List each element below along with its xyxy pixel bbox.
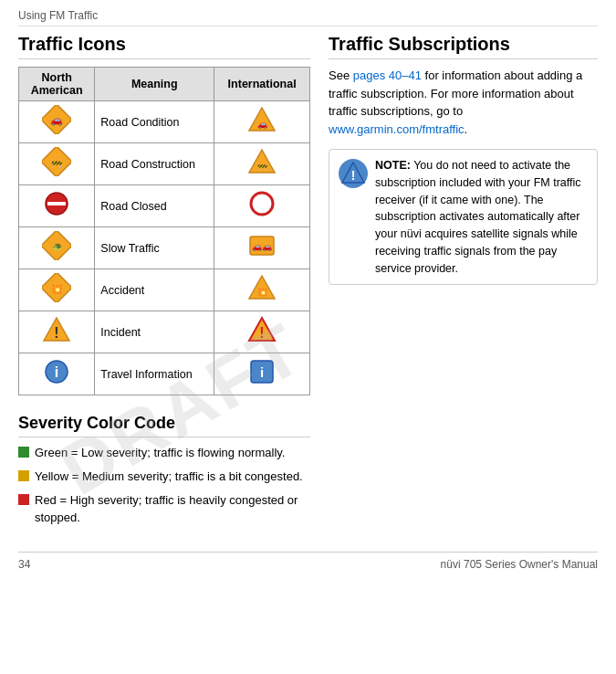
col-header-meaning: Meaning	[95, 68, 214, 101]
note-text: NOTE: You do not need to activate the su…	[375, 157, 588, 277]
severity-yellow-box	[18, 470, 29, 481]
subscriptions-url[interactable]: www.garmin.com/fmtraffic	[329, 122, 465, 136]
svg-text:🚗: 🚗	[50, 113, 63, 126]
intl-icon-accident: 💥	[214, 269, 310, 311]
footer-manual-title: nüvi 705 Series Owner's Manual	[441, 558, 598, 571]
svg-text:!: !	[351, 168, 356, 183]
meaning-travel-info: Travel Information	[95, 353, 214, 395]
meaning-accident: Accident	[95, 269, 214, 311]
svg-text:🚗: 🚗	[257, 119, 268, 130]
severity-red-text: Red = High severity; traffic is heavily …	[35, 492, 310, 525]
na-icon-road-closed	[19, 185, 95, 227]
table-row: 🐢 Slow Traffic 🚗🚗	[19, 227, 310, 269]
subscriptions-link[interactable]: pages 40–41	[353, 68, 422, 82]
traffic-icons-title: Traffic Icons	[18, 34, 310, 59]
na-icon-incident: !	[19, 311, 95, 353]
svg-text:🚧: 🚧	[51, 157, 63, 169]
severity-title: Severity Color Code	[18, 414, 310, 437]
intl-icon-slow-traffic: 🚗🚗	[214, 227, 310, 269]
table-row: Road Closed	[19, 185, 310, 227]
note-box: ! NOTE: You do not need to activate the …	[329, 149, 598, 285]
footer-page-number: 34	[18, 558, 30, 571]
svg-text:i: i	[260, 364, 264, 380]
table-row: 🚧 Road Construction 🚧	[19, 143, 310, 185]
svg-rect-9	[47, 202, 66, 205]
left-column: Traffic Icons North American Meaning Int…	[18, 34, 310, 533]
intl-icon-road-construction: 🚧	[214, 143, 310, 185]
severity-yellow: Yellow = Medium severity; traffic is a b…	[18, 469, 310, 485]
col-header-north-american: North American	[19, 68, 95, 101]
svg-text:💥: 💥	[51, 283, 63, 295]
meaning-incident: Incident	[95, 311, 214, 353]
intl-icon-travel-info: i	[214, 353, 310, 395]
subscriptions-title: Traffic Subscriptions	[329, 34, 598, 59]
na-icon-road-construction: 🚧	[19, 143, 95, 185]
na-icon-accident: 💥	[19, 269, 95, 311]
right-column: Traffic Subscriptions See pages 40–41 fo…	[329, 34, 598, 533]
note-content: You do not need to activate the subscrip…	[375, 159, 581, 275]
table-row: i Travel Information i	[19, 353, 310, 395]
table-row: ! Incident !	[19, 311, 310, 353]
subscriptions-text: See pages 40–41 for information about ad…	[329, 67, 598, 138]
svg-text:💥: 💥	[257, 287, 268, 298]
meaning-road-closed: Road Closed	[95, 185, 214, 227]
traffic-icons-table: North American Meaning International 🚗	[18, 67, 310, 395]
na-icon-road-condition: 🚗	[19, 101, 95, 143]
table-row: 🚗 Road Condition 🚗	[19, 101, 310, 143]
note-icon: !	[339, 159, 368, 188]
na-icon-slow-traffic: 🐢	[19, 227, 95, 269]
svg-text:!: !	[259, 325, 264, 341]
svg-text:🚗🚗: 🚗🚗	[252, 241, 273, 252]
intl-icon-road-closed	[214, 185, 310, 227]
meaning-road-construction: Road Construction	[95, 143, 214, 185]
breadcrumb: Using FM Traffic	[18, 9, 598, 26]
intl-icon-road-condition: 🚗	[214, 101, 310, 143]
severity-green-box	[18, 447, 29, 458]
svg-text:🚧: 🚧	[257, 161, 268, 172]
subscriptions-text-3: .	[465, 122, 468, 136]
svg-text:!: !	[54, 325, 58, 341]
intl-icon-incident: !	[214, 311, 310, 353]
svg-text:🐢: 🐢	[52, 241, 63, 252]
footer: 34 nüvi 705 Series Owner's Manual	[18, 552, 598, 571]
note-label: NOTE:	[375, 159, 411, 172]
severity-green-text: Green = Low severity; traffic is flowing…	[35, 445, 285, 461]
svg-point-10	[251, 193, 273, 215]
severity-green: Green = Low severity; traffic is flowing…	[18, 445, 310, 461]
col-header-international: International	[214, 68, 310, 101]
subscriptions-text-1: See	[329, 68, 353, 82]
meaning-road-condition: Road Condition	[95, 101, 214, 143]
na-icon-travel-info: i	[19, 353, 95, 395]
severity-section: Severity Color Code Green = Low severity…	[18, 414, 310, 526]
severity-yellow-text: Yellow = Medium severity; traffic is a b…	[35, 469, 303, 485]
meaning-slow-traffic: Slow Traffic	[95, 227, 214, 269]
severity-red: Red = High severity; traffic is heavily …	[18, 492, 310, 525]
table-row: 💥 Accident 💥	[19, 269, 310, 311]
svg-text:i: i	[55, 364, 58, 380]
severity-red-box	[18, 494, 29, 505]
